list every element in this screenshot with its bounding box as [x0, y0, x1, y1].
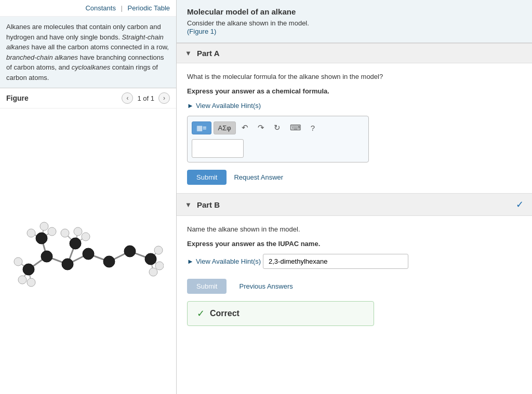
- figure-prev-btn[interactable]: ‹: [122, 92, 133, 104]
- figure-nav: ‹ 1 of 1 ›: [122, 92, 170, 104]
- part-a-toggle[interactable]: ▼: [185, 49, 192, 57]
- part-b-answer-row: Submit Previous Answers: [187, 279, 522, 294]
- part-b-body: Name the alkane shown in the model. Expr…: [177, 216, 532, 334]
- part-b-header: ▼ Part B ✓: [177, 193, 532, 216]
- info-title: Molecular model of an alkane: [187, 7, 522, 16]
- part-a-request-answer-link[interactable]: Request Answer: [234, 173, 283, 181]
- svg-point-20: [23, 264, 34, 275]
- math-toolbar: ▦≡ ΑΣφ ↶ ↷ ↻ ⌨ ?: [187, 116, 369, 162]
- formula-input[interactable]: [192, 139, 244, 158]
- part-a-hint-link[interactable]: ► View Available Hint(s): [187, 102, 261, 110]
- svg-point-28: [70, 238, 81, 249]
- correct-label: Correct: [210, 309, 240, 318]
- part-a-submit-btn[interactable]: Submit: [187, 170, 227, 185]
- svg-point-31: [27, 278, 35, 287]
- correct-box: ✓ Correct: [187, 301, 374, 326]
- toolbar-template-btn[interactable]: ▦≡: [192, 121, 211, 134]
- figure-panel: Figure ‹ 1 of 1 ›: [0, 88, 176, 394]
- figure-next-btn[interactable]: ›: [158, 92, 170, 104]
- toolbar-keyboard-btn[interactable]: ⌨: [286, 120, 305, 135]
- toolbar-undo-btn[interactable]: ↶: [238, 120, 252, 135]
- iupac-name-input[interactable]: [263, 254, 408, 269]
- svg-point-39: [155, 262, 164, 270]
- constants-link[interactable]: Constants: [85, 4, 116, 12]
- part-b-toggle[interactable]: ▼: [185, 201, 192, 209]
- hint-arrow: ►: [187, 102, 194, 110]
- part-b-submit-btn: Submit: [187, 279, 227, 294]
- svg-point-36: [74, 227, 82, 236]
- svg-point-30: [18, 276, 26, 284]
- part-b-hint-arrow: ►: [187, 257, 194, 265]
- info-box: Molecular model of an alkane Consider th…: [177, 0, 532, 43]
- info-description: Consider the alkane shown in the model.: [187, 19, 522, 27]
- svg-point-25: [124, 246, 136, 257]
- part-b-correct-icon: ✓: [516, 199, 524, 210]
- part-a-hint-text: View Available Hint(s): [196, 102, 261, 110]
- part-a-answer-row: Submit Request Answer: [187, 170, 522, 185]
- part-a-body: What is the molecular formula for the al…: [177, 63, 532, 193]
- toolbar-symbol-btn[interactable]: ΑΣφ: [214, 121, 236, 134]
- molecule-image: [13, 210, 164, 293]
- part-a-instruction: Express your answer as a chemical formul…: [187, 86, 522, 97]
- svg-point-34: [48, 227, 56, 236]
- svg-point-37: [82, 233, 90, 241]
- part-b-prev-answers-link[interactable]: Previous Answers: [239, 282, 292, 290]
- part-b-hint-link[interactable]: ► View Available Hint(s): [187, 257, 261, 265]
- svg-point-35: [61, 229, 69, 237]
- left-panel: Constants | Periodic Table Alkanes are m…: [0, 0, 177, 394]
- part-b-label: Part B: [197, 200, 511, 209]
- part-a-header: ▼ Part A: [177, 43, 532, 63]
- link-separator: |: [121, 4, 123, 12]
- svg-point-32: [27, 229, 35, 237]
- part-b-hint-text: View Available Hint(s): [196, 257, 261, 265]
- svg-point-23: [83, 248, 94, 260]
- periodic-table-link[interactable]: Periodic Table: [128, 4, 170, 12]
- figure-nav-label: 1 of 1: [137, 94, 154, 102]
- figure-header: Figure ‹ 1 of 1 ›: [0, 88, 176, 108]
- svg-point-40: [149, 268, 157, 276]
- svg-point-27: [36, 233, 47, 244]
- figure-title: Figure: [6, 94, 29, 102]
- svg-point-38: [154, 246, 163, 254]
- toolbar-redo-btn[interactable]: ↷: [254, 120, 268, 135]
- right-panel: Molecular model of an alkane Consider th…: [177, 0, 532, 394]
- figure-link[interactable]: (Figure 1): [187, 28, 216, 35]
- left-description: Alkanes are molecules that contain only …: [0, 17, 176, 88]
- part-a-section: ▼ Part A What is the molecular formula f…: [177, 43, 532, 193]
- toolbar-help-btn[interactable]: ?: [307, 121, 318, 135]
- svg-point-33: [40, 222, 48, 230]
- svg-point-26: [145, 253, 156, 265]
- left-links: Constants | Periodic Table: [0, 0, 176, 17]
- part-a-question: What is the molecular formula for the al…: [187, 72, 522, 82]
- correct-checkmark-icon: ✓: [197, 308, 205, 319]
- part-b-instruction: Express your answer as the IUPAC name.: [187, 239, 522, 249]
- toolbar-reset-btn[interactable]: ↻: [270, 120, 284, 135]
- part-a-label: Part A: [197, 49, 524, 58]
- svg-point-24: [103, 256, 115, 267]
- svg-point-22: [62, 259, 73, 270]
- svg-point-21: [41, 251, 52, 262]
- figure-image-area: [0, 108, 176, 394]
- part-b-question: Name the alkane shown in the model.: [187, 224, 522, 235]
- toolbar-row: ▦≡ ΑΣφ ↶ ↷ ↻ ⌨ ?: [192, 120, 364, 135]
- part-b-section: ▼ Part B ✓ Name the alkane shown in the …: [177, 193, 532, 334]
- svg-point-29: [14, 257, 22, 266]
